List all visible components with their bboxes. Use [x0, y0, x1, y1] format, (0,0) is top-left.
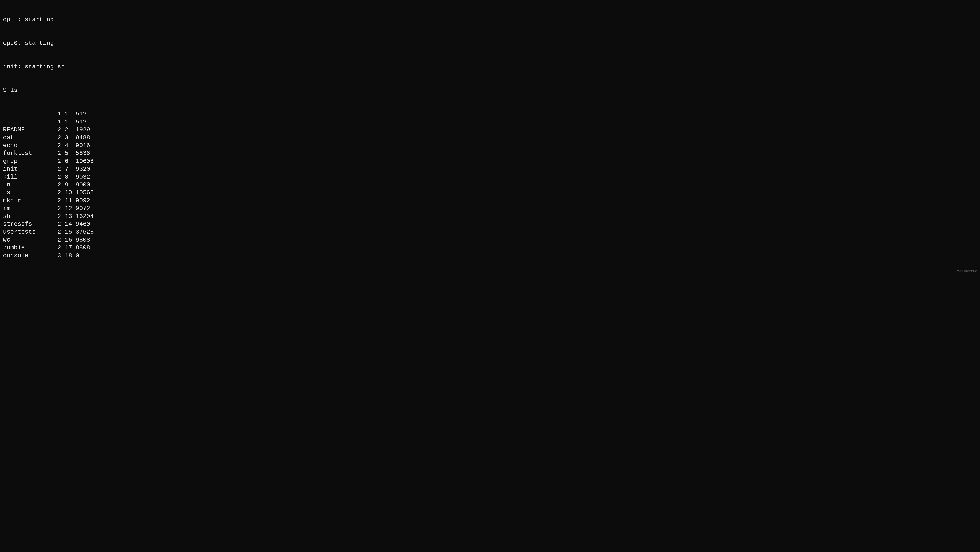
- terminal-output[interactable]: cpu1: starting cpu0: starting init: star…: [0, 0, 980, 276]
- file-inode: 9: [65, 181, 76, 189]
- boot-line: cpu1: starting: [3, 16, 977, 24]
- file-name: usertests: [3, 228, 57, 236]
- file-size: 9488: [76, 134, 90, 142]
- file-size: 8808: [76, 244, 90, 252]
- file-type: 2: [57, 197, 65, 204]
- file-size: 9808: [76, 236, 90, 244]
- file-inode: 3: [65, 134, 76, 142]
- file-size: 9016: [76, 142, 90, 149]
- ls-output: .11512..11512README221929cat239488echo24…: [3, 110, 977, 260]
- file-name: zombie: [3, 244, 57, 252]
- file-type: 2: [57, 181, 65, 189]
- file-size: 37528: [76, 228, 94, 236]
- watermark-text: @稀土掘金技术社区: [957, 270, 977, 273]
- file-inode: 8: [65, 173, 76, 181]
- ls-row: README221929: [3, 126, 977, 134]
- ls-row: mkdir2119092: [3, 197, 977, 204]
- command-text: ls: [10, 87, 18, 94]
- file-name: forktest: [3, 149, 57, 157]
- file-name: kill: [3, 173, 57, 181]
- file-inode: 5: [65, 149, 76, 157]
- file-name: mkdir: [3, 197, 57, 204]
- file-size: 9000: [76, 181, 90, 189]
- file-inode: 4: [65, 142, 76, 149]
- prompt-line: $ ls: [3, 86, 977, 94]
- file-size: 16204: [76, 212, 94, 220]
- shell-prompt: $: [3, 87, 10, 94]
- file-type: 2: [57, 212, 65, 220]
- file-inode: 1: [65, 118, 76, 126]
- file-inode: 6: [65, 157, 76, 165]
- ls-row: kill289032: [3, 173, 977, 181]
- file-name: sh: [3, 212, 57, 220]
- ls-row: console3180: [3, 252, 977, 260]
- file-size: 512: [76, 118, 86, 126]
- file-size: 5836: [76, 149, 90, 157]
- boot-line: init: starting sh: [3, 63, 977, 71]
- file-type: 2: [57, 228, 65, 236]
- ls-row: rm2129072: [3, 204, 977, 212]
- ls-row: forktest255836: [3, 149, 977, 157]
- file-inode: 2: [65, 126, 76, 134]
- file-inode: 17: [65, 244, 76, 252]
- file-type: 2: [57, 189, 65, 196]
- file-size: 1929: [76, 126, 90, 134]
- file-name: echo: [3, 142, 57, 149]
- ls-row: grep2610608: [3, 157, 977, 165]
- file-inode: 7: [65, 165, 76, 173]
- file-inode: 12: [65, 204, 76, 212]
- boot-line: cpu0: starting: [3, 39, 977, 47]
- ls-row: wc2169808: [3, 236, 977, 244]
- file-size: 10568: [76, 189, 94, 196]
- file-name: cat: [3, 134, 57, 142]
- file-type: 1: [57, 118, 65, 126]
- file-type: 2: [57, 157, 65, 165]
- file-type: 2: [57, 134, 65, 142]
- file-inode: 16: [65, 236, 76, 244]
- file-size: 0: [76, 252, 79, 260]
- file-name: ..: [3, 118, 57, 126]
- file-inode: 10: [65, 189, 76, 196]
- file-name: stressfs: [3, 220, 57, 228]
- file-name: wc: [3, 236, 57, 244]
- ls-row: cat239488: [3, 134, 977, 142]
- file-name: console: [3, 252, 57, 260]
- file-size: 10608: [76, 157, 94, 165]
- file-inode: 1: [65, 110, 76, 118]
- ls-row: stressfs2149460: [3, 220, 977, 228]
- file-inode: 14: [65, 220, 76, 228]
- file-name: init: [3, 165, 57, 173]
- file-name: README: [3, 126, 57, 134]
- ls-row: ..11512: [3, 118, 977, 126]
- file-size: 9460: [76, 220, 90, 228]
- file-name: ls: [3, 189, 57, 196]
- ls-row: sh21316204: [3, 212, 977, 220]
- ls-row: ls21010568: [3, 189, 977, 196]
- file-inode: 15: [65, 228, 76, 236]
- file-inode: 11: [65, 197, 76, 204]
- ls-row: echo249016: [3, 142, 977, 149]
- file-type: 2: [57, 165, 65, 173]
- file-name: grep: [3, 157, 57, 165]
- file-type: 2: [57, 142, 65, 149]
- file-name: ln: [3, 181, 57, 189]
- file-inode: 18: [65, 252, 76, 260]
- file-inode: 13: [65, 212, 76, 220]
- file-size: 9092: [76, 197, 90, 204]
- file-size: 9320: [76, 165, 90, 173]
- file-type: 2: [57, 149, 65, 157]
- file-type: 2: [57, 220, 65, 228]
- file-type: 2: [57, 204, 65, 212]
- file-name: rm: [3, 204, 57, 212]
- ls-row: ln299000: [3, 181, 977, 189]
- ls-row: .11512: [3, 110, 977, 118]
- file-type: 1: [57, 110, 65, 118]
- file-size: 9072: [76, 204, 90, 212]
- file-type: 2: [57, 173, 65, 181]
- ls-row: zombie2178808: [3, 244, 977, 252]
- file-type: 3: [57, 252, 65, 260]
- file-size: 9032: [76, 173, 90, 181]
- file-name: .: [3, 110, 57, 118]
- ls-row: usertests21537528: [3, 228, 977, 236]
- file-size: 512: [76, 110, 86, 118]
